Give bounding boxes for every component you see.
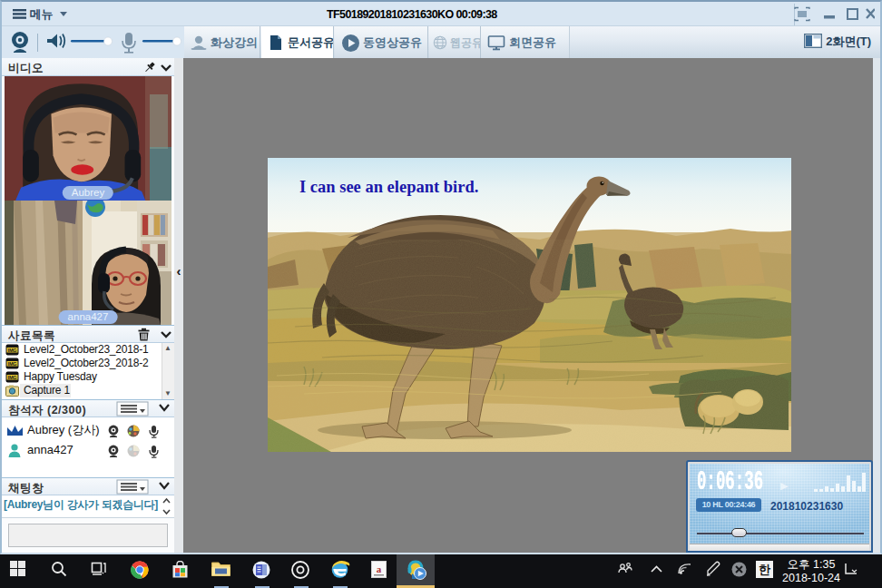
svg-text:IMG: IMG (8, 348, 17, 353)
svg-text:I can see an elepant bird.: I can see an elepant bird. (299, 178, 478, 196)
svg-text:a: a (377, 564, 382, 574)
svg-text:IMG: IMG (8, 361, 17, 367)
svg-text:IMG: IMG (8, 375, 17, 380)
